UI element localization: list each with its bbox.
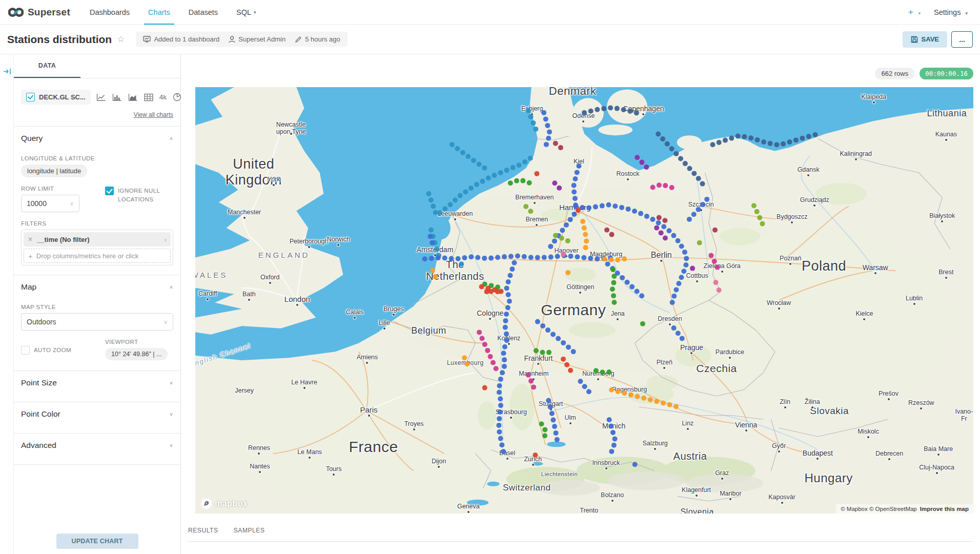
city-label: Debrecen <box>875 450 903 457</box>
mapbox-logo[interactable]: mapbox <box>200 498 248 509</box>
nav-item-datasets[interactable]: Datasets <box>179 0 227 25</box>
section-point-color[interactable]: Point Color∨ <box>21 402 173 426</box>
country-label: Luxembourg <box>447 360 484 367</box>
city-label: Basel <box>499 449 515 457</box>
section-advanced[interactable]: Advanced∨ <box>21 434 173 457</box>
filter-drop-zone[interactable]: + Drop columns/metrics here or click <box>24 249 171 263</box>
auto-zoom-checkbox[interactable]: AUTO ZOOM <box>21 346 105 355</box>
dashboards-meta[interactable]: Added to 1 dashboard <box>143 35 219 43</box>
improve-map-link[interactable]: Improve this map <box>920 506 969 512</box>
primary-nav: DashboardsChartsDatasetsSQL▾ <box>80 0 266 25</box>
city-marker <box>536 224 538 226</box>
last-modified-meta[interactable]: 5 hours ago <box>295 35 340 43</box>
city-marker <box>413 428 415 430</box>
map-style-label: MAP STYLE <box>21 304 173 310</box>
city-label: Regensburg <box>612 386 647 393</box>
tab-samples[interactable]: SAMPLES <box>234 527 265 541</box>
table-icon[interactable] <box>144 93 153 101</box>
city-marker <box>532 464 534 466</box>
chart-header: Stations distribution ☆ Added to 1 dashb… <box>0 25 980 54</box>
city-marker <box>508 343 510 345</box>
viz-type-selected[interactable]: DECK.GL SC... <box>21 90 91 105</box>
chart-meta: Added to 1 dashboard Superset Admin 5 ho… <box>136 32 347 47</box>
deckgl-map[interactable]: United KingdomDenmarkGermanyFrancePoland… <box>195 87 973 514</box>
city-label: York <box>268 176 280 183</box>
tab-results[interactable]: RESULTS <box>188 527 218 541</box>
city-marker <box>248 299 250 301</box>
city-marker <box>605 467 607 469</box>
chart-area: 662 rows 00:00:00.16 <box>181 54 980 554</box>
superset-logo[interactable]: Superset <box>8 7 70 18</box>
city-label: Cluj-Napoca <box>919 464 954 471</box>
city-marker <box>258 453 260 455</box>
owner-meta[interactable]: Superset Admin <box>229 35 285 43</box>
chevron-down-icon: ∨ <box>169 412 173 417</box>
city-marker <box>290 133 292 135</box>
city-marker <box>807 174 809 176</box>
favorite-star-icon[interactable]: ☆ <box>117 34 125 45</box>
map-style-select[interactable]: Outdoors ∨ <box>21 313 173 331</box>
section-point-size[interactable]: Point Size∨ <box>21 371 173 395</box>
map-section-header[interactable]: Map ∧ <box>21 275 173 299</box>
view-all-charts-link[interactable]: View all charts <box>134 111 173 118</box>
city-marker <box>578 166 580 168</box>
city-label: Bath <box>242 291 256 298</box>
city-label: Białystok <box>929 212 955 219</box>
tab-data[interactable]: DATA <box>14 54 80 78</box>
city-label: Plzeň <box>657 358 672 365</box>
expand-filter-icon[interactable]: › <box>165 236 167 243</box>
collapse-panel-icon[interactable] <box>3 68 11 77</box>
checkbox-empty-icon <box>21 346 30 355</box>
city-label: Ivano-Fr <box>955 407 973 422</box>
city-marker <box>354 317 356 319</box>
country-label: Hungary <box>805 471 853 485</box>
city-marker <box>611 500 614 502</box>
city-label: Manchester <box>228 209 261 216</box>
city-label: Kielce <box>855 310 873 317</box>
country-label: Slovenia <box>680 507 713 514</box>
settings-menu-button[interactable]: Settings ▾ <box>934 8 968 16</box>
more-actions-button[interactable]: ... <box>951 31 973 48</box>
new-menu-button[interactable]: + ▾ <box>908 7 921 17</box>
city-label: Le Mans <box>297 448 322 456</box>
country-label: The Netherlands <box>426 259 484 282</box>
line-chart-icon[interactable] <box>96 93 106 101</box>
row-limit-select[interactable]: 10000 ∨ <box>21 195 79 212</box>
city-marker <box>383 327 385 330</box>
city-label: Strasbourg <box>496 408 527 416</box>
query-section-header[interactable]: Query ∧ <box>21 127 173 150</box>
viz-selected-checkbox <box>26 93 35 101</box>
city-marker <box>510 417 512 419</box>
city-marker <box>273 184 275 186</box>
lonlat-value-pill[interactable]: longitude | latitude <box>21 165 87 177</box>
update-chart-button[interactable]: UPDATE CHART <box>56 534 138 549</box>
city-label: Salzburg <box>642 440 667 447</box>
query-timer-badge: 00:00:00.16 <box>920 68 973 79</box>
data-panel: DATA DECK.GL SC... 4k View all charts <box>14 54 181 554</box>
save-button[interactable]: SAVE <box>903 31 947 48</box>
pie-chart-icon[interactable] <box>173 93 181 101</box>
city-label: Brest <box>938 269 953 276</box>
bar-chart-icon[interactable] <box>112 93 122 101</box>
nav-item-sql[interactable]: SQL▾ <box>227 0 266 25</box>
city-marker <box>778 450 780 453</box>
remove-filter-icon[interactable]: ✕ <box>28 236 33 243</box>
viz-type-name: DECK.GL SC... <box>39 93 86 101</box>
city-marker <box>506 458 508 460</box>
city-marker <box>489 318 491 320</box>
viz-4k-option[interactable]: 4k <box>159 93 167 101</box>
area-chart-icon[interactable] <box>128 93 138 101</box>
city-marker <box>333 474 335 476</box>
top-nav: Superset DashboardsChartsDatasetsSQL▾ + … <box>0 0 980 25</box>
viewport-value-pill[interactable]: 10° 24' 49.86" | ... <box>105 348 168 360</box>
city-label: Cologne <box>477 309 503 317</box>
city-marker <box>888 398 890 400</box>
city-marker <box>454 218 456 220</box>
city-label: Göttingen <box>566 283 594 291</box>
city-label: Pardubice <box>716 348 744 355</box>
nav-item-charts[interactable]: Charts <box>139 0 179 25</box>
city-label: Dresden <box>658 315 682 322</box>
nav-item-dashboards[interactable]: Dashboards <box>80 0 139 25</box>
ignore-null-checkbox[interactable]: IGNORE NULL LOCATIONS <box>105 187 173 204</box>
filter-chip-time[interactable]: ✕ __time (No filter) › <box>24 232 171 247</box>
